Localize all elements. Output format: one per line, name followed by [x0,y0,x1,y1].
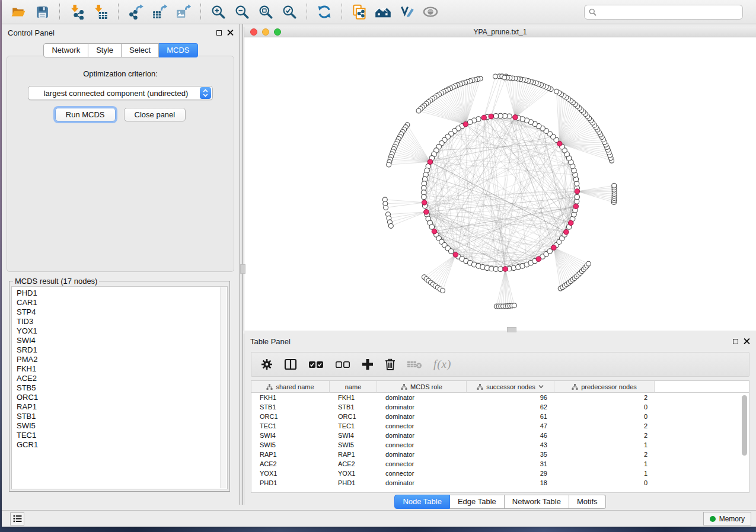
mcds-result-item[interactable]: SWI4 [17,336,222,345]
cell-name[interactable]: PHD1 [330,479,377,486]
cell-MCDS-role[interactable]: connector [377,422,467,430]
save-button[interactable] [30,2,54,21]
network-node[interactable] [586,261,591,266]
cell-name[interactable]: SWI5 [330,441,377,448]
import-table-button[interactable] [89,2,113,21]
mcds-hub-node[interactable] [428,159,433,165]
mcds-result-item[interactable]: YOX1 [17,326,222,336]
network-node[interactable] [416,108,421,113]
cell-predecessor-nodes[interactable]: 0 [554,479,655,486]
delete-table-button[interactable] [407,360,422,369]
mcds-hub-node[interactable] [422,200,427,206]
mcds-hub-node[interactable] [453,252,458,258]
export-network-button[interactable] [124,2,148,21]
mcds-result-item[interactable]: TEC1 [17,431,222,440]
mcds-result-item[interactable]: FKH1 [17,364,222,374]
cell-predecessor-nodes[interactable]: 2 [554,432,655,439]
task-history-button[interactable] [10,512,24,525]
cell-predecessor-nodes[interactable]: 0 [554,413,655,420]
mcds-result-item[interactable]: ORC1 [17,393,222,402]
network-node[interactable] [554,89,559,94]
table-row[interactable]: SWI4SWI4dominator462 [251,431,749,440]
cell-predecessor-nodes[interactable]: 2 [554,422,655,430]
mcds-result-item[interactable]: PHD1 [17,289,222,298]
cell-shared-name[interactable]: FKH1 [251,394,330,401]
home-button[interactable] [371,2,395,21]
mcds-hub-node[interactable] [513,115,518,120]
mcds-result-item[interactable]: CAR1 [17,298,222,307]
cell-predecessor-nodes[interactable]: 1 [554,441,655,448]
close-panel-button[interactable]: Close panel [124,108,186,121]
table-row[interactable]: ACE2ACE2connector311 [251,459,749,469]
mcds-hub-node[interactable] [575,189,580,194]
table-row[interactable]: RAP1RAP1dominator352 [251,450,749,459]
cell-successor-nodes[interactable]: 62 [467,403,554,411]
cell-MCDS-role[interactable]: dominator [377,413,467,420]
mcds-result-item[interactable]: PMA2 [17,355,222,364]
column-header-successor-nodes[interactable]: successor nodes [467,381,554,393]
table-row[interactable]: ORC1ORC1dominator610 [251,412,749,421]
delete-column-button[interactable] [385,358,395,370]
mcds-hub-node[interactable] [489,114,494,119]
network-node[interactable] [547,249,553,254]
column-header-predecessor-nodes[interactable]: predecessor nodes [554,381,655,393]
cell-successor-nodes[interactable]: 46 [467,432,554,439]
cell-successor-nodes[interactable]: 47 [467,422,554,430]
cell-predecessor-nodes[interactable]: 1 [554,470,655,477]
column-header-shared-name[interactable]: shared name [251,381,330,393]
mcds-result-item[interactable]: STB1 [17,412,222,421]
network-window-titlebar[interactable]: YPA_prune.txt_1 [244,27,756,37]
tab-network[interactable]: Network [43,43,88,57]
zoom-selected-button[interactable] [277,2,301,21]
cell-successor-nodes[interactable]: 29 [467,470,554,477]
cell-MCDS-role[interactable]: connector [377,470,467,477]
cell-predecessor-nodes[interactable]: 2 [554,394,655,401]
add-column-button[interactable] [362,358,374,370]
mcds-hub-node[interactable] [536,257,541,262]
cell-successor-nodes[interactable]: 18 [467,479,554,486]
cell-predecessor-nodes[interactable]: 1 [554,460,655,467]
network-graph[interactable] [244,38,756,331]
cell-shared-name[interactable]: RAP1 [251,451,330,458]
result-scrollbar[interactable] [220,287,227,488]
mcds-hub-node[interactable] [568,220,573,226]
cell-successor-nodes[interactable]: 96 [467,394,554,401]
mcds-hub-node[interactable] [432,229,437,234]
cell-name[interactable]: YOX1 [330,470,377,477]
mcds-result-item[interactable]: SRD1 [17,345,222,355]
cell-name[interactable]: STB1 [330,403,377,411]
network-node[interactable] [512,303,516,308]
scrollbar-thumb[interactable] [742,395,747,456]
mcds-result-item[interactable]: TID3 [17,317,222,326]
tab-motifs[interactable]: Motifs [569,495,606,509]
search-input[interactable] [600,8,738,16]
cell-predecessor-nodes[interactable]: 2 [554,451,655,458]
network-node[interactable] [493,113,499,118]
cell-successor-nodes[interactable]: 35 [467,451,554,458]
deselect-all-button[interactable] [335,360,350,369]
mcds-hub-node[interactable] [424,210,429,215]
mcds-hub-node[interactable] [503,267,508,272]
mcds-result-item[interactable]: GCR1 [17,440,222,450]
cell-MCDS-role[interactable]: connector [377,460,467,467]
column-header-name[interactable]: name [330,381,377,393]
mcds-hub-node[interactable] [564,229,569,235]
mcds-hub-node[interactable] [573,204,579,209]
import-network-button[interactable] [65,2,89,21]
show-hide-button[interactable] [419,2,442,21]
close-panel-icon[interactable] [227,30,234,36]
cell-shared-name[interactable]: TEC1 [251,422,330,430]
table-row[interactable]: SWI5SWI5connector431 [251,440,749,450]
cell-MCDS-role[interactable]: dominator [377,432,467,439]
column-header-MCDS-role[interactable]: MCDS role [377,381,467,393]
cell-shared-name[interactable]: STB1 [251,403,330,411]
cell-shared-name[interactable]: SWI5 [251,441,330,448]
network-node[interactable] [422,194,427,200]
table-row[interactable]: PHD1PHD1dominator180 [251,478,749,488]
tab-mcds[interactable]: MCDS [159,43,197,57]
cell-MCDS-role[interactable]: dominator [377,451,467,458]
mcds-result-item[interactable]: STB5 [17,383,222,393]
splitter-grip[interactable] [507,327,516,332]
cell-successor-nodes[interactable]: 31 [467,460,554,467]
zoom-fit-button[interactable] [254,2,277,21]
